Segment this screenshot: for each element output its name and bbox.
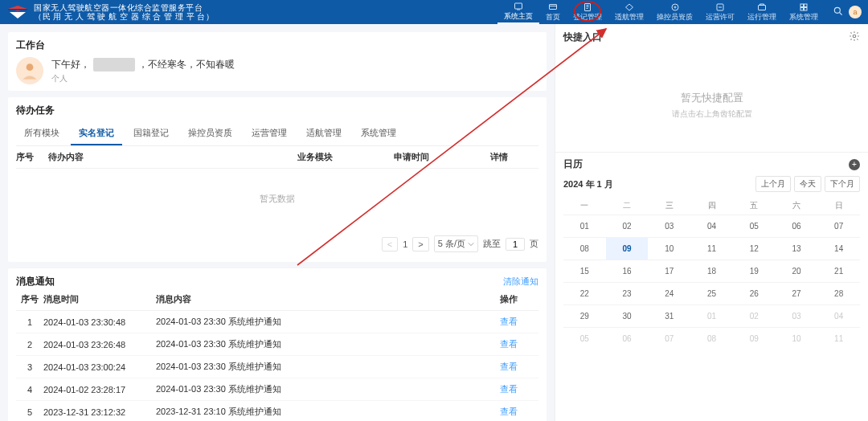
calendar-day[interactable]: 30 — [606, 305, 649, 327]
svg-rect-1 — [515, 3, 522, 9]
todo-next-page[interactable]: > — [412, 237, 428, 251]
calendar-day[interactable]: 20 — [776, 260, 818, 282]
calendar-day[interactable]: 03 — [776, 305, 818, 327]
quick-empty-sub: 请点击右上角齿轮配置 — [555, 108, 868, 120]
view-link[interactable]: 查看 — [500, 317, 518, 326]
calendar-day[interactable]: 03 — [648, 215, 690, 237]
nav-icon-7 — [799, 2, 809, 12]
notice-table-head: 序号 消息时间 消息内容 操作 — [16, 288, 538, 311]
todo-tab-5[interactable]: 适航管理 — [298, 122, 350, 145]
calendar-day[interactable]: 22 — [563, 282, 606, 305]
calendar-day[interactable]: 06 — [606, 327, 649, 349]
cal-today[interactable]: 今天 — [794, 176, 821, 192]
search-icon[interactable] — [833, 6, 844, 19]
calendar-month: 2024 年 1 月 — [563, 178, 613, 190]
todo-tab-0[interactable]: 所有模块 — [16, 122, 68, 145]
calendar-add-button[interactable]: + — [849, 159, 860, 170]
calendar-day[interactable]: 23 — [606, 282, 649, 305]
todo-tab-6[interactable]: 系统管理 — [353, 122, 404, 145]
calendar-day[interactable]: 14 — [817, 237, 860, 260]
cal-prev-month[interactable]: 上个月 — [755, 176, 791, 192]
cell-time: 2024-01-02 23:28:17 — [43, 385, 156, 394]
calendar-day[interactable]: 04 — [817, 305, 860, 327]
notice-row: 22024-01-03 23:26:482024-01-03 23:30 系统维… — [16, 333, 538, 356]
nav-label: 运行管理 — [747, 12, 776, 22]
calendar-day[interactable]: 11 — [690, 237, 733, 260]
todo-tab-1[interactable]: 实名登记 — [71, 122, 122, 145]
weekday-cell: 六 — [776, 197, 818, 215]
todo-tab-3[interactable]: 操控员资质 — [180, 122, 240, 145]
todo-page-size[interactable]: 5 条/页 — [434, 235, 478, 252]
svg-rect-2 — [550, 4, 557, 9]
svg-point-14 — [27, 63, 34, 71]
cell-index: 2 — [16, 340, 43, 349]
quick-entry-title: 快捷入口 — [563, 31, 602, 44]
calendar-day[interactable]: 28 — [817, 282, 860, 305]
calendar-day[interactable]: 13 — [776, 237, 818, 260]
calendar-day[interactable]: 18 — [690, 260, 733, 282]
calendar-day[interactable]: 19 — [733, 260, 776, 282]
notice-title: 消息通知 — [16, 275, 55, 288]
nav-icon-1 — [548, 2, 558, 12]
calendar-day[interactable]: 09 — [606, 237, 649, 260]
calendar-day[interactable]: 26 — [733, 282, 776, 305]
calendar-day[interactable]: 09 — [733, 327, 776, 349]
calendar-day[interactable]: 02 — [606, 215, 649, 237]
nav-item-5[interactable]: 运营许可 — [699, 0, 741, 24]
calendar-day[interactable]: 01 — [690, 305, 733, 327]
todo-pager: < 1 > 5 条/页 跳至 页 — [16, 229, 538, 255]
nav-item-6[interactable]: 运行管理 — [741, 0, 783, 24]
calendar-day[interactable]: 05 — [563, 327, 606, 349]
calendar-day[interactable]: 10 — [648, 237, 690, 260]
user-avatar[interactable]: a — [849, 6, 862, 18]
nav-item-2[interactable]: 登记管理 — [567, 0, 608, 24]
svg-rect-0 — [8, 9, 27, 10]
calendar-day[interactable]: 07 — [817, 215, 860, 237]
view-link[interactable]: 查看 — [500, 339, 518, 349]
nav-item-1[interactable]: 首页 — [539, 0, 567, 24]
calendar-day[interactable]: 25 — [690, 282, 733, 305]
site-title-line2: （民 用 无 人 驾 驶 航 空 器 综 合 管 理 平 台） — [34, 12, 214, 21]
calendar-day[interactable]: 05 — [733, 215, 776, 237]
view-link[interactable]: 查看 — [500, 407, 518, 416]
todo-jump-input[interactable] — [506, 238, 525, 251]
calendar-day[interactable]: 11 — [817, 327, 860, 349]
view-link[interactable]: 查看 — [500, 362, 518, 371]
notice-row: 32024-01-03 23:00:242024-01-03 23:30 系统维… — [16, 356, 538, 378]
nav-icon-5 — [715, 2, 725, 12]
nav-item-0[interactable]: 系统主页 — [497, 0, 539, 24]
calendar-day[interactable]: 27 — [776, 282, 818, 305]
clear-notice-link[interactable]: 清除通知 — [503, 276, 538, 288]
calendar-day[interactable]: 06 — [776, 215, 818, 237]
calendar-week-row: 22232425262728 — [563, 282, 860, 305]
todo-tab-2[interactable]: 国籍登记 — [125, 122, 177, 145]
nav-item-7[interactable]: 系统管理 — [783, 0, 825, 24]
calendar-day[interactable]: 16 — [606, 260, 649, 282]
nav-item-3[interactable]: 适航管理 — [608, 0, 650, 24]
gear-icon[interactable] — [849, 31, 860, 44]
calendar-day[interactable]: 17 — [648, 260, 690, 282]
calendar-day[interactable]: 31 — [648, 305, 690, 327]
weekday-cell: 一 — [563, 197, 606, 215]
nav-icon-6 — [757, 2, 767, 12]
todo-prev-page[interactable]: < — [382, 237, 398, 251]
calendar-day[interactable]: 08 — [690, 327, 733, 349]
view-link[interactable]: 查看 — [500, 384, 518, 394]
nth-time: 消息时间 — [43, 293, 156, 305]
nav-item-4[interactable]: 操控员资质 — [650, 0, 699, 24]
calendar-day[interactable]: 24 — [648, 282, 690, 305]
calendar-day[interactable]: 29 — [563, 305, 606, 327]
calendar-day[interactable]: 12 — [733, 237, 776, 260]
calendar-day[interactable]: 02 — [733, 305, 776, 327]
calendar-day[interactable]: 15 — [563, 260, 606, 282]
todo-page-size-label: 5 条/页 — [438, 238, 465, 250]
calendar-day[interactable]: 04 — [690, 215, 733, 237]
nav-label: 操控员资质 — [657, 12, 693, 22]
calendar-day[interactable]: 21 — [817, 260, 860, 282]
todo-tab-4[interactable]: 运营管理 — [244, 122, 295, 145]
calendar-day[interactable]: 01 — [563, 215, 606, 237]
cal-next-month[interactable]: 下个月 — [825, 176, 860, 192]
calendar-day[interactable]: 07 — [648, 327, 690, 349]
calendar-day[interactable]: 08 — [563, 237, 606, 260]
calendar-day[interactable]: 10 — [776, 327, 818, 349]
